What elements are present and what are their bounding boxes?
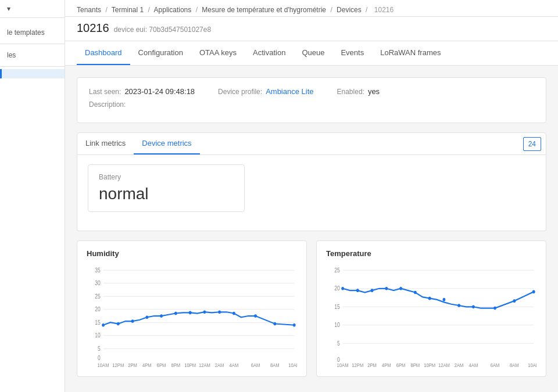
breadcrumb-device-id: 10216 (374, 6, 394, 14)
svg-text:10AM: 10AM (528, 362, 536, 368)
device-id-title: 10216 (77, 21, 109, 35)
tab-events[interactable]: Events (332, 41, 372, 65)
svg-point-58 (428, 297, 431, 300)
sidebar-dropdown[interactable]: ▾ (5, 5, 10, 13)
svg-point-15 (102, 323, 105, 327)
svg-point-19 (160, 314, 163, 318)
svg-point-53 (356, 289, 359, 292)
content-area: Last seen: 2023-01-24 09:48:18 Device pr… (65, 66, 558, 392)
svg-text:10: 10 (334, 322, 340, 328)
svg-text:4AM: 4AM (230, 362, 239, 368)
svg-text:10PM: 10PM (184, 362, 196, 368)
main-content: Tenants / Terminal 1 / Applications / Me… (65, 0, 558, 392)
tab-link-metrics[interactable]: Link metrics (77, 133, 134, 154)
svg-text:15: 15 (334, 304, 340, 310)
svg-text:25: 25 (334, 267, 340, 274)
last-seen-value: 2023-01-24 09:48:18 (124, 87, 195, 96)
svg-point-22 (203, 310, 206, 314)
hours-button[interactable]: 24 (523, 137, 541, 151)
svg-text:6PM: 6PM (396, 362, 406, 368)
temperature-chart-svg: 25 20 15 10 5 0 (326, 264, 536, 368)
breadcrumb: Tenants / Terminal 1 / Applications / Me… (65, 0, 558, 17)
svg-point-59 (443, 298, 446, 301)
enabled-field: Enabled: yes (337, 87, 380, 96)
svg-point-63 (513, 299, 516, 303)
svg-text:8PM: 8PM (411, 362, 420, 368)
svg-text:12AM: 12AM (438, 362, 450, 368)
sidebar-divider (0, 44, 65, 44)
svg-text:6AM: 6AM (491, 362, 500, 368)
svg-text:4PM: 4PM (382, 362, 391, 368)
info-card: Last seen: 2023-01-24 09:48:18 Device pr… (77, 77, 546, 123)
breadcrumb-terminal1[interactable]: Terminal 1 (112, 6, 144, 14)
svg-point-20 (174, 312, 177, 315)
breadcrumb-app-name[interactable]: Mesure de température et d'hygrométrie (202, 6, 326, 14)
svg-text:4PM: 4PM (142, 362, 152, 368)
svg-point-16 (117, 322, 120, 326)
svg-point-62 (493, 307, 496, 310)
tab-lorawan-frames[interactable]: LoRaWAN frames (372, 41, 449, 65)
tab-configuration[interactable]: Configuration (130, 41, 191, 65)
svg-point-27 (293, 323, 296, 327)
breadcrumb-applications[interactable]: Applications (154, 6, 192, 14)
breadcrumb-tenants[interactable]: Tenants (77, 6, 101, 14)
humidity-chart-area: 35 30 25 20 15 10 5 0 (87, 264, 297, 368)
breadcrumb-devices[interactable]: Devices (337, 6, 362, 14)
humidity-chart-card: Humidity 35 30 25 (77, 240, 307, 377)
svg-text:0: 0 (98, 355, 101, 362)
svg-text:6PM: 6PM (157, 362, 166, 368)
page-title: 10216 device eui: 70b3d547501027e8 (77, 21, 546, 35)
svg-point-61 (472, 305, 475, 308)
main-tabs: Dashboard Configuration OTAA keys Activa… (65, 41, 558, 66)
svg-point-23 (218, 310, 221, 314)
temperature-chart-area: 25 20 15 10 5 0 (326, 264, 536, 368)
svg-text:2PM: 2PM (367, 362, 377, 368)
svg-point-18 (145, 315, 148, 319)
tab-activation[interactable]: Activation (245, 41, 294, 65)
svg-text:20: 20 (95, 306, 101, 312)
svg-text:12PM: 12PM (112, 362, 124, 368)
charts-row: Humidity 35 30 25 (77, 240, 546, 377)
svg-text:30: 30 (95, 280, 101, 286)
humidity-chart-title: Humidity (87, 249, 297, 258)
svg-text:8AM: 8AM (270, 362, 280, 368)
tab-queue[interactable]: Queue (294, 41, 332, 65)
sidebar-item-le-templates[interactable]: le templates (0, 24, 65, 41)
svg-point-64 (532, 290, 535, 294)
svg-text:10AM: 10AM (98, 362, 109, 368)
breadcrumb-sep-5: / (366, 6, 367, 14)
temperature-chart-card: Temperature 25 20 15 10 5 (316, 240, 546, 377)
svg-point-17 (131, 319, 134, 323)
sidebar: ▾ le templates les (0, 0, 65, 392)
last-seen-label: Last seen: (89, 88, 121, 96)
device-profile-value[interactable]: Ambiance Lite (266, 87, 313, 96)
svg-point-60 (457, 304, 460, 307)
svg-text:8PM: 8PM (171, 362, 181, 368)
page-header: 10216 device eui: 70b3d547501027e8 (65, 17, 558, 41)
battery-value: normal (99, 185, 234, 203)
svg-text:25: 25 (95, 293, 101, 300)
temperature-chart-title: Temperature (326, 249, 536, 258)
svg-point-24 (233, 312, 235, 315)
svg-text:2AM: 2AM (455, 362, 464, 368)
svg-point-52 (341, 287, 344, 290)
sidebar-divider-2 (0, 66, 65, 67)
svg-point-25 (254, 314, 257, 318)
sidebar-top: ▾ (0, 0, 65, 18)
svg-text:15: 15 (95, 319, 101, 326)
breadcrumb-sep-1: / (105, 6, 107, 14)
tab-otaa-keys[interactable]: OTAA keys (191, 41, 245, 65)
svg-point-54 (371, 289, 374, 292)
svg-text:35: 35 (95, 267, 101, 274)
sidebar-item-les[interactable]: les (0, 46, 65, 64)
svg-text:10PM: 10PM (424, 362, 435, 368)
sidebar-item-active[interactable] (0, 69, 65, 78)
svg-text:10AM: 10AM (337, 362, 349, 368)
metrics-tabs: Link metrics Device metrics 24 (77, 132, 546, 155)
tab-dashboard[interactable]: Dashboard (77, 41, 130, 65)
svg-text:5: 5 (337, 340, 340, 347)
svg-text:10: 10 (95, 332, 101, 339)
tab-device-metrics[interactable]: Device metrics (134, 133, 199, 154)
svg-text:12AM: 12AM (199, 362, 210, 368)
description-label: Description: (89, 100, 126, 109)
